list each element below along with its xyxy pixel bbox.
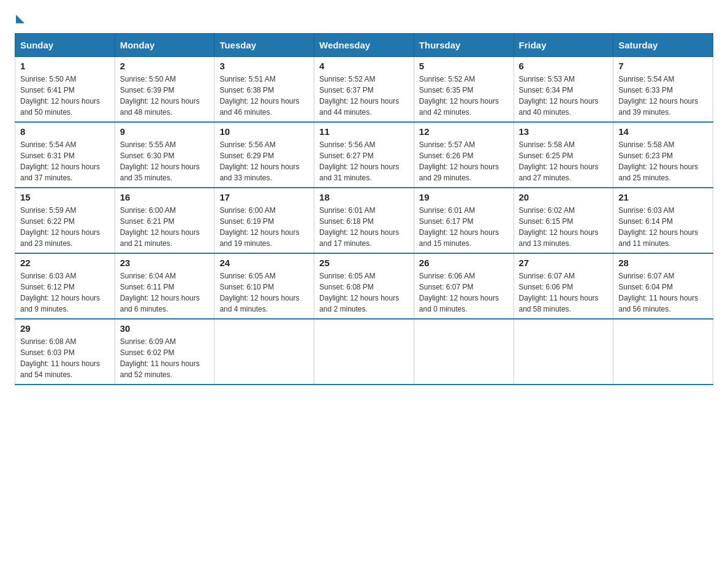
day-number: 4 — [319, 61, 409, 71]
day-number: 8 — [20, 126, 110, 137]
day-info: Sunrise: 5:50 AM Sunset: 6:41 PM Dayligh… — [20, 74, 110, 118]
calendar-cell: 3 Sunrise: 5:51 AM Sunset: 6:38 PM Dayli… — [214, 57, 314, 123]
day-info: Sunrise: 6:07 AM Sunset: 6:04 PM Dayligh… — [618, 270, 708, 315]
calendar-cell: 5 Sunrise: 5:52 AM Sunset: 6:35 PM Dayli… — [414, 57, 514, 123]
day-info: Sunrise: 6:07 AM Sunset: 6:06 PM Dayligh… — [519, 270, 609, 315]
day-info: Sunrise: 5:54 AM Sunset: 6:33 PM Dayligh… — [618, 74, 708, 118]
day-number: 13 — [519, 126, 609, 137]
day-info: Sunrise: 5:58 AM Sunset: 6:23 PM Dayligh… — [618, 139, 708, 183]
calendar-cell: 15 Sunrise: 5:59 AM Sunset: 6:22 PM Dayl… — [15, 188, 115, 253]
day-number: 19 — [419, 192, 509, 202]
day-number: 23 — [120, 258, 210, 268]
calendar-week-row: 8 Sunrise: 5:54 AM Sunset: 6:31 PM Dayli… — [15, 122, 713, 188]
day-number: 3 — [219, 61, 309, 71]
calendar-week-row: 1 Sunrise: 5:50 AM Sunset: 6:41 PM Dayli… — [15, 57, 713, 123]
day-info: Sunrise: 5:52 AM Sunset: 6:37 PM Dayligh… — [319, 74, 409, 118]
day-info: Sunrise: 6:00 AM Sunset: 6:21 PM Dayligh… — [120, 205, 210, 249]
day-number: 14 — [618, 126, 708, 137]
calendar-header-row: SundayMondayTuesdayWednesdayThursdayFrid… — [15, 34, 713, 57]
calendar-cell: 28 Sunrise: 6:07 AM Sunset: 6:04 PM Dayl… — [613, 253, 713, 319]
weekday-header-thursday: Thursday — [414, 34, 514, 57]
calendar-cell: 9 Sunrise: 5:55 AM Sunset: 6:30 PM Dayli… — [115, 122, 214, 188]
day-number: 2 — [120, 61, 210, 71]
calendar-cell: 13 Sunrise: 5:58 AM Sunset: 6:25 PM Dayl… — [514, 122, 613, 188]
weekday-header-monday: Monday — [115, 34, 214, 57]
day-info: Sunrise: 6:09 AM Sunset: 6:02 PM Dayligh… — [120, 336, 210, 380]
day-info: Sunrise: 5:54 AM Sunset: 6:31 PM Dayligh… — [20, 139, 110, 183]
weekday-header-tuesday: Tuesday — [214, 34, 314, 57]
day-info: Sunrise: 6:05 AM Sunset: 6:08 PM Dayligh… — [319, 270, 409, 315]
calendar-cell — [514, 319, 613, 385]
day-info: Sunrise: 5:56 AM Sunset: 6:29 PM Dayligh… — [219, 139, 309, 183]
day-number: 11 — [319, 126, 409, 137]
weekday-header-sunday: Sunday — [15, 34, 115, 57]
day-number: 6 — [519, 61, 609, 71]
day-number: 12 — [419, 126, 509, 137]
calendar-cell: 18 Sunrise: 6:01 AM Sunset: 6:18 PM Dayl… — [314, 188, 414, 253]
calendar-cell: 11 Sunrise: 5:56 AM Sunset: 6:27 PM Dayl… — [314, 122, 414, 188]
calendar-cell: 27 Sunrise: 6:07 AM Sunset: 6:06 PM Dayl… — [514, 253, 613, 319]
calendar-cell: 19 Sunrise: 6:01 AM Sunset: 6:17 PM Dayl… — [414, 188, 514, 253]
day-number: 17 — [219, 192, 309, 202]
calendar-cell: 14 Sunrise: 5:58 AM Sunset: 6:23 PM Dayl… — [613, 122, 713, 188]
weekday-header-friday: Friday — [514, 34, 613, 57]
day-info: Sunrise: 5:52 AM Sunset: 6:35 PM Dayligh… — [419, 74, 509, 118]
calendar-cell — [613, 319, 713, 385]
calendar-week-row: 22 Sunrise: 6:03 AM Sunset: 6:12 PM Dayl… — [15, 253, 713, 319]
page-header — [15, 15, 713, 21]
calendar-cell: 8 Sunrise: 5:54 AM Sunset: 6:31 PM Dayli… — [15, 122, 115, 188]
day-info: Sunrise: 6:01 AM Sunset: 6:17 PM Dayligh… — [419, 205, 509, 249]
day-number: 5 — [419, 61, 509, 71]
day-info: Sunrise: 5:55 AM Sunset: 6:30 PM Dayligh… — [120, 139, 210, 183]
day-info: Sunrise: 5:50 AM Sunset: 6:39 PM Dayligh… — [120, 74, 210, 118]
day-info: Sunrise: 6:06 AM Sunset: 6:07 PM Dayligh… — [419, 270, 509, 315]
calendar-cell: 1 Sunrise: 5:50 AM Sunset: 6:41 PM Dayli… — [15, 57, 115, 123]
day-number: 18 — [319, 192, 409, 202]
day-info: Sunrise: 6:00 AM Sunset: 6:19 PM Dayligh… — [219, 205, 309, 249]
day-info: Sunrise: 6:05 AM Sunset: 6:10 PM Dayligh… — [219, 270, 309, 315]
calendar-week-row: 29 Sunrise: 6:08 AM Sunset: 6:03 PM Dayl… — [15, 319, 713, 385]
day-info: Sunrise: 5:53 AM Sunset: 6:34 PM Dayligh… — [519, 74, 609, 118]
day-number: 30 — [120, 323, 210, 334]
day-info: Sunrise: 5:58 AM Sunset: 6:25 PM Dayligh… — [519, 139, 609, 183]
day-info: Sunrise: 6:03 AM Sunset: 6:12 PM Dayligh… — [20, 270, 110, 315]
calendar-cell: 10 Sunrise: 5:56 AM Sunset: 6:29 PM Dayl… — [214, 122, 314, 188]
day-number: 10 — [219, 126, 309, 137]
calendar-cell: 7 Sunrise: 5:54 AM Sunset: 6:33 PM Dayli… — [613, 57, 713, 123]
day-info: Sunrise: 6:04 AM Sunset: 6:11 PM Dayligh… — [120, 270, 210, 315]
logo — [15, 15, 25, 21]
day-info: Sunrise: 5:56 AM Sunset: 6:27 PM Dayligh… — [319, 139, 409, 183]
logo-triangle-icon — [16, 15, 25, 23]
day-number: 24 — [219, 258, 309, 268]
calendar-cell: 12 Sunrise: 5:57 AM Sunset: 6:26 PM Dayl… — [414, 122, 514, 188]
calendar-cell: 4 Sunrise: 5:52 AM Sunset: 6:37 PM Dayli… — [314, 57, 414, 123]
calendar-week-row: 15 Sunrise: 5:59 AM Sunset: 6:22 PM Dayl… — [15, 188, 713, 253]
calendar-cell: 29 Sunrise: 6:08 AM Sunset: 6:03 PM Dayl… — [15, 319, 115, 385]
calendar-cell: 24 Sunrise: 6:05 AM Sunset: 6:10 PM Dayl… — [214, 253, 314, 319]
calendar-cell: 21 Sunrise: 6:03 AM Sunset: 6:14 PM Dayl… — [613, 188, 713, 253]
calendar-cell: 23 Sunrise: 6:04 AM Sunset: 6:11 PM Dayl… — [115, 253, 214, 319]
calendar-cell: 2 Sunrise: 5:50 AM Sunset: 6:39 PM Dayli… — [115, 57, 214, 123]
day-number: 1 — [20, 61, 110, 71]
day-info: Sunrise: 6:01 AM Sunset: 6:18 PM Dayligh… — [319, 205, 409, 249]
day-info: Sunrise: 5:59 AM Sunset: 6:22 PM Dayligh… — [20, 205, 110, 249]
weekday-header-wednesday: Wednesday — [314, 34, 414, 57]
day-number: 22 — [20, 258, 110, 268]
day-info: Sunrise: 5:51 AM Sunset: 6:38 PM Dayligh… — [219, 74, 309, 118]
calendar-cell: 26 Sunrise: 6:06 AM Sunset: 6:07 PM Dayl… — [414, 253, 514, 319]
day-number: 15 — [20, 192, 110, 202]
calendar-cell: 17 Sunrise: 6:00 AM Sunset: 6:19 PM Dayl… — [214, 188, 314, 253]
day-number: 27 — [519, 258, 609, 268]
day-info: Sunrise: 6:08 AM Sunset: 6:03 PM Dayligh… — [20, 336, 110, 380]
calendar-cell: 20 Sunrise: 6:02 AM Sunset: 6:15 PM Dayl… — [514, 188, 613, 253]
day-info: Sunrise: 6:02 AM Sunset: 6:15 PM Dayligh… — [519, 205, 609, 249]
calendar-cell: 22 Sunrise: 6:03 AM Sunset: 6:12 PM Dayl… — [15, 253, 115, 319]
calendar-cell — [314, 319, 414, 385]
day-number: 26 — [419, 258, 509, 268]
day-number: 21 — [618, 192, 708, 202]
day-number: 20 — [519, 192, 609, 202]
day-number: 25 — [319, 258, 409, 268]
calendar-cell — [414, 319, 514, 385]
day-number: 7 — [618, 61, 708, 71]
day-number: 9 — [120, 126, 210, 137]
